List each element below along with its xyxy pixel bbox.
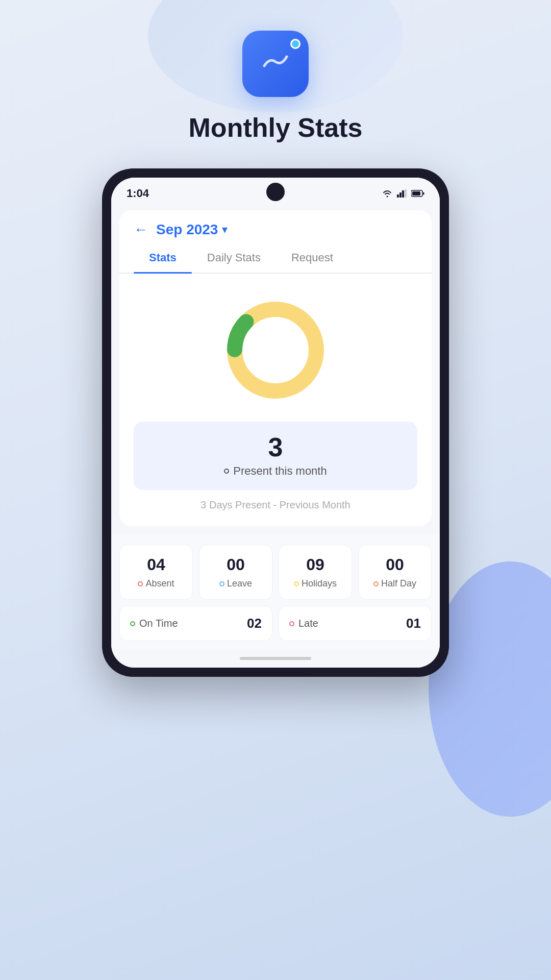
home-bar <box>240 657 311 660</box>
status-time: 1:04 <box>127 187 149 200</box>
tab-request[interactable]: Request <box>276 243 348 273</box>
ontime-card: On Time 02 <box>119 606 272 641</box>
battery-icon <box>411 190 424 197</box>
halfday-dot <box>373 581 379 586</box>
halfday-number: 00 <box>366 555 424 574</box>
page-title: Monthly Stats <box>189 112 363 143</box>
app-icon-svg <box>258 46 293 81</box>
app-icon-wrapper <box>242 31 309 97</box>
stats-grid: 04 Absent 00 Leave 09 <box>119 545 432 600</box>
holidays-dot <box>294 581 299 586</box>
halfday-label: Half Day <box>366 578 424 589</box>
tabs-container: Stats Daily Stats Request <box>119 243 432 274</box>
status-bar: 1:04 <box>111 178 440 205</box>
app-icon-dot <box>290 39 300 49</box>
phone-screen: 1:04 <box>111 178 440 668</box>
absent-number: 04 <box>127 555 185 574</box>
halfday-card: 00 Half Day <box>358 545 432 600</box>
month-label: Sep 2023 <box>156 222 218 238</box>
donut-chart <box>219 294 332 406</box>
stats-number: 3 <box>146 434 405 460</box>
absent-dot <box>138 581 143 586</box>
stats-card: 3 Present this month <box>134 422 417 490</box>
late-card: Late 01 <box>279 606 432 641</box>
app-content: ← Sep 2023 ▾ Stats Daily Stats Request <box>119 210 432 526</box>
absent-label: Absent <box>127 578 185 589</box>
ontime-left: On Time <box>130 618 178 629</box>
holidays-card: 09 Holidays <box>279 545 352 600</box>
month-selector[interactable]: Sep 2023 ▾ <box>156 222 228 238</box>
phone-frame: 1:04 <box>102 168 449 677</box>
svg-rect-2 <box>402 190 404 198</box>
holidays-number: 09 <box>286 555 344 574</box>
home-indicator <box>111 649 440 668</box>
stats-label: Present this month <box>146 464 405 478</box>
chevron-down-icon: ▾ <box>222 223 228 236</box>
chart-section <box>119 274 432 416</box>
signal-icon <box>397 189 407 198</box>
bottom-stats: 04 Absent 00 Leave 09 <box>111 534 440 649</box>
holidays-label: Holidays <box>286 578 344 589</box>
row-stats: On Time 02 Late 01 <box>119 606 432 641</box>
late-value: 01 <box>406 616 421 631</box>
svg-rect-6 <box>423 192 424 195</box>
leave-card: 00 Leave <box>199 545 272 600</box>
svg-rect-3 <box>405 189 407 198</box>
app-header: ← Sep 2023 ▾ <box>119 210 432 243</box>
late-left: Late <box>289 618 318 629</box>
svg-rect-5 <box>412 191 420 195</box>
leave-dot <box>219 581 224 586</box>
tab-stats[interactable]: Stats <box>134 243 192 273</box>
leave-number: 00 <box>207 555 265 574</box>
camera-notch <box>266 183 285 201</box>
back-button[interactable]: ← <box>134 222 148 238</box>
ontime-value: 02 <box>247 616 262 631</box>
absent-card: 04 Absent <box>119 545 193 600</box>
present-dot <box>224 469 229 474</box>
status-icons <box>382 189 424 198</box>
wifi-icon <box>382 189 393 198</box>
prev-month-text: 3 Days Present - Previous Month <box>119 499 432 526</box>
ontime-dot <box>130 621 135 626</box>
app-icon <box>242 31 309 97</box>
tab-daily-stats[interactable]: Daily Stats <box>192 243 276 273</box>
leave-label: Leave <box>207 578 265 589</box>
svg-rect-0 <box>397 194 399 198</box>
svg-rect-1 <box>399 192 402 198</box>
late-dot <box>289 621 294 626</box>
